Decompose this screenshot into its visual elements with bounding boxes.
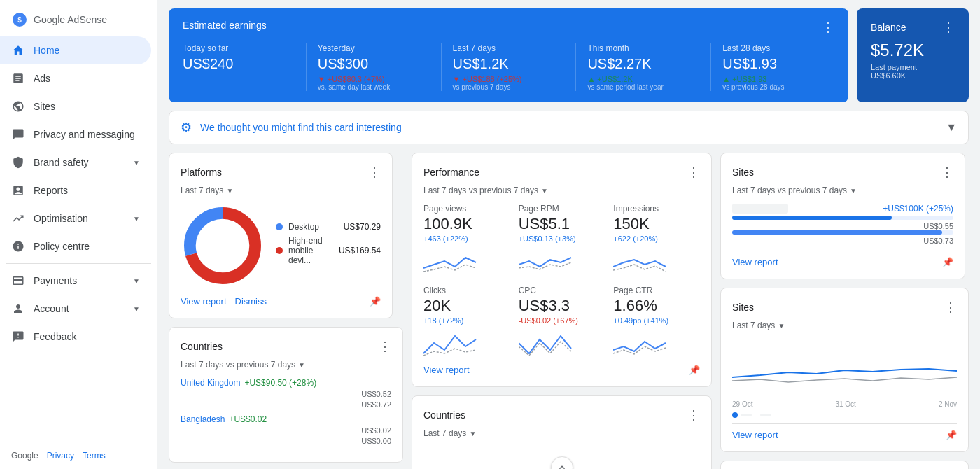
perf-view-report-link[interactable]: View report [424, 365, 470, 375]
platforms-chart-area: Desktop US$70.29 High-end mobile devi...… [181, 204, 381, 288]
sites-legend-item-2 [760, 414, 771, 416]
sites-top-more-button[interactable]: ⋮ [941, 164, 953, 180]
sidebar-item-optimisation-label: Optimisation [34, 213, 88, 224]
pagerpm-sparkline [519, 247, 575, 275]
sidebar-footer: Google Privacy Terms [0, 442, 157, 469]
metric-pagectr-change: +0.49pp (+41%) [613, 316, 700, 325]
sites-top-period-dropdown-icon[interactable]: ▼ [850, 187, 857, 195]
sites-top-bar-item: +US$100K (+25%) US$0.55 US$0.73 [732, 204, 953, 245]
earnings-yesterday-value: US$300 [318, 56, 430, 72]
earnings-today-label: Today so far [183, 43, 295, 53]
balance-more-button[interactable]: ⋮ [942, 20, 955, 35]
platforms-view-report-link[interactable]: View report [181, 296, 227, 307]
earnings-7days-change-val: ▼ +US$188 (+25%) [453, 75, 522, 83]
platforms-pin-icon[interactable]: 📌 [370, 296, 381, 307]
sidebar-item-optimisation[interactable]: Optimisation ▼ [0, 204, 151, 232]
suggestion-icon: ⚙ [181, 120, 192, 135]
sidebar-item-home[interactable]: Home [0, 36, 151, 64]
sites-bottom-period-dropdown-icon[interactable]: ▼ [778, 322, 785, 330]
metric-cpc-value: US$3.3 [519, 297, 606, 315]
sidebar-item-sites-label: Sites [34, 101, 55, 112]
sites-bottom-pin-icon[interactable]: 📌 [946, 430, 957, 440]
suggestion-card[interactable]: ⚙ We thought you might find this card in… [169, 111, 969, 144]
scroll-up-button[interactable] [551, 456, 573, 469]
metric-cpc: CPC US$3.3 -US$0.02 (+67%) [519, 286, 606, 359]
earnings-row: Estimated earnings ⋮ Today so far US$240… [169, 8, 969, 102]
country-bd-change: +US$0.02 [229, 414, 267, 424]
sidebar-item-account[interactable]: Account ▼ [0, 295, 151, 323]
countries-left-more-button[interactable]: ⋮ [379, 339, 391, 354]
country-bd-name: Bangladesh [181, 414, 225, 424]
platforms-period-dropdown-icon[interactable]: ▼ [226, 187, 233, 195]
sites-top-view-report-link[interactable]: View report [732, 257, 778, 267]
earnings-more-button[interactable]: ⋮ [822, 20, 834, 35]
sites-legend-label-1 [741, 414, 752, 416]
footer-privacy-link[interactable]: Privacy [47, 451, 74, 461]
sites-bottom-view-report-link[interactable]: View report [732, 430, 778, 440]
sidebar-item-privacy-messaging[interactable]: Privacy and messaging [0, 120, 151, 148]
pagectr-sparkline [613, 329, 669, 357]
desktop-legend-label: Desktop [288, 222, 338, 232]
countries-bottom-more-button[interactable]: ⋮ [687, 407, 700, 423]
platforms-period: Last 7 days ▼ [181, 186, 381, 195]
sidebar-item-ads[interactable]: Ads [0, 64, 151, 92]
countries-left-period-dropdown-icon[interactable]: ▼ [298, 361, 305, 369]
earnings-month-sub: vs same period last year [587, 83, 699, 91]
earnings-month-change-val: ▲ +US$1.2K [587, 75, 632, 83]
earnings-today-value: US$240 [183, 56, 295, 72]
earnings-28days-label: Last 28 days [722, 43, 834, 53]
mobile-legend-value: US$169.54 [339, 246, 381, 255]
metric-pageviews-label: Page views [424, 204, 510, 214]
sidebar-item-feedback-label: Feedback [34, 331, 76, 342]
ads-icon [11, 71, 25, 85]
sites-bottom-more-button[interactable]: ⋮ [944, 300, 957, 315]
countries-left-period: Last 7 days vs previous 7 days ▼ [181, 360, 391, 370]
sidebar-item-sites[interactable]: Sites [0, 92, 151, 120]
sidebar-item-feedback[interactable]: Feedback [0, 323, 151, 351]
countries-bottom-period-dropdown-icon[interactable]: ▼ [469, 430, 476, 438]
mobile-legend-dot [276, 247, 283, 254]
chevron-up-icon [556, 462, 568, 469]
metric-impressions: Impressions 150K +622 (+20%) [613, 204, 700, 277]
reports-icon [11, 183, 25, 197]
brand-safety-icon [11, 155, 25, 169]
footer-terms-link[interactable]: Terms [83, 451, 106, 461]
balance-card: Balance ⋮ $5.72K Last payment US$6.60K [857, 8, 969, 102]
perf-pin-icon[interactable]: 📌 [689, 365, 700, 375]
sites-chart-x-labels: 29 Oct 31 Oct 2 Nov [732, 400, 957, 408]
country-uk-label-row: United Kingdom +US$90.50 (+28%) [181, 378, 391, 388]
platforms-more-button[interactable]: ⋮ [368, 164, 381, 180]
suggestion-chevron-icon: ▼ [946, 121, 957, 134]
metric-pagerpm-change: +US$0.13 (+3%) [519, 234, 606, 243]
earnings-28days: Last 28 days US$1.93 ▲ +US$1.93 vs previ… [722, 43, 834, 91]
sites-top-bar1-track [732, 216, 953, 220]
optimisation-expand-icon: ▼ [133, 215, 140, 223]
metric-pagerpm-value: US$5.1 [519, 215, 606, 233]
perf-more-button[interactable]: ⋮ [687, 164, 700, 180]
sites-chart-x-label-1: 29 Oct [732, 400, 752, 408]
sites-top-pin-icon[interactable]: 📌 [942, 257, 953, 267]
perf-title: Performance [424, 167, 479, 178]
sidebar-item-payments[interactable]: Payments ▼ [0, 267, 151, 295]
perf-period-dropdown-icon[interactable]: ▼ [541, 187, 548, 195]
sidebar-item-policy-centre[interactable]: Policy centre [0, 232, 151, 260]
privacy-icon [11, 127, 25, 141]
sites-bottom-period-label: Last 7 days [732, 321, 775, 330]
platforms-header: Platforms ⋮ [181, 164, 381, 180]
platforms-legend: Desktop US$70.29 High-end mobile devi...… [276, 222, 381, 270]
scroll-up-container [424, 447, 700, 469]
middle-column: Performance ⋮ Last 7 days vs previous 7 … [412, 153, 712, 469]
sidebar-item-brand-safety[interactable]: Brand safety ▼ [0, 148, 151, 176]
sites-top-actions: View report 📌 [732, 251, 953, 267]
sidebar-item-reports[interactable]: Reports [0, 176, 151, 204]
sidebar: $ Google AdSense Home Ads Sites [0, 0, 158, 469]
sidebar-item-brand-safety-label: Brand safety [34, 157, 89, 168]
platforms-actions: View report Dismiss 📌 [181, 296, 381, 307]
donut-chart [181, 204, 265, 288]
sidebar-item-reports-label: Reports [34, 185, 68, 196]
platforms-dismiss-link[interactable]: Dismiss [235, 296, 267, 307]
sites-chart-x-label-2: 31 Oct [835, 400, 855, 408]
sidebar-item-privacy-label: Privacy and messaging [34, 129, 135, 140]
desktop-legend-dot [276, 223, 283, 230]
balance-title: Balance [871, 22, 906, 33]
